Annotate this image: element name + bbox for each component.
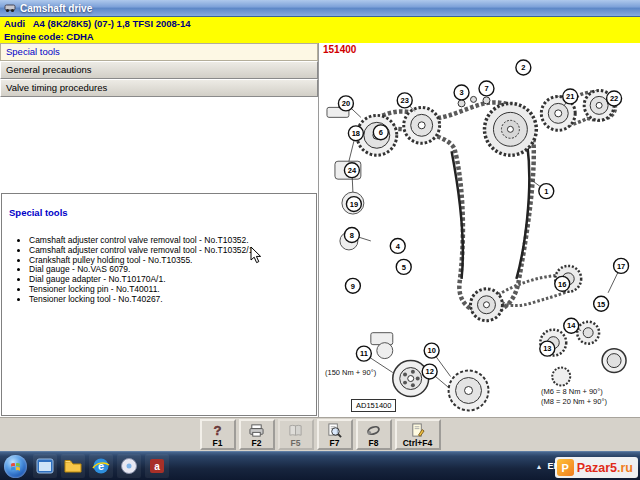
- app-window-icon: [4, 1, 16, 15]
- diagram-callout-17: 17: [614, 258, 629, 273]
- diagram-callout-1: 1: [539, 184, 554, 199]
- internet-explorer-icon[interactable]: e: [89, 454, 113, 478]
- mouse-cursor: [250, 246, 262, 266]
- torque-note: (M8 = 20 Nm + 90°): [541, 397, 607, 406]
- diagram-callout-3: 3: [454, 85, 469, 100]
- diagram-callout-5: 5: [396, 259, 411, 274]
- toolbar-button-f5[interactable]: F5: [278, 419, 314, 450]
- svg-text:?: ?: [213, 423, 221, 438]
- crankshaft-sprocket: [471, 289, 503, 321]
- magnifier-icon: [327, 423, 342, 438]
- svg-text:2: 2: [521, 63, 525, 72]
- diagram-callout-16: 16: [555, 276, 570, 291]
- toolbar-button-label: F1: [213, 438, 223, 448]
- toolbar-button-label: F7: [330, 438, 340, 448]
- title-bar: Camshaft drive: [0, 0, 640, 17]
- start-button[interactable]: [4, 455, 27, 478]
- svg-text:24: 24: [348, 166, 357, 175]
- pazar5-logo-icon: P: [557, 459, 574, 476]
- vibration-damper: [449, 371, 489, 411]
- diagram-callout-7: 7: [479, 81, 494, 96]
- diagram-callout-21: 21: [563, 89, 578, 104]
- svg-text:12: 12: [425, 367, 433, 376]
- svg-text:23: 23: [401, 96, 409, 105]
- windows-taskbar: ea ▲ EN: [0, 451, 640, 480]
- svg-text:19: 19: [350, 200, 358, 209]
- toolbar-button-label: Ctrl+F4: [403, 438, 433, 448]
- diagram-callout-19: 19: [346, 197, 361, 212]
- nav-item-valve-timing-procedures[interactable]: Valve timing procedures: [0, 79, 318, 97]
- torque-note: (150 Nm + 90°): [325, 368, 376, 377]
- svg-text:7: 7: [484, 84, 488, 93]
- printer-icon: [249, 423, 264, 438]
- diagram-callout-18: 18: [348, 126, 363, 141]
- folder-icon[interactable]: [61, 454, 85, 478]
- toolbar-button-label: F2: [252, 438, 262, 448]
- diagram-callout-9: 9: [345, 278, 360, 293]
- svg-text:20: 20: [342, 99, 350, 108]
- torque-note: (M6 = 8 Nm + 90°): [541, 387, 603, 396]
- svg-text:9: 9: [351, 282, 355, 291]
- watermark-text: Pazar5: [577, 461, 617, 475]
- svg-text:18: 18: [352, 129, 360, 138]
- svg-text:1: 1: [544, 187, 548, 196]
- diagram-reference-number: 151400: [323, 44, 356, 55]
- disc-icon[interactable]: [117, 454, 141, 478]
- svg-text:8: 8: [350, 231, 354, 240]
- watermark-suffix: .ru: [617, 461, 633, 475]
- svg-text:16: 16: [558, 280, 566, 289]
- content-panel: Special tools Camshaft adjuster control …: [1, 193, 317, 416]
- diagram-plate-code: AD151400: [351, 399, 396, 412]
- autodata-icon[interactable]: a: [145, 454, 169, 478]
- content-heading: Special tools: [9, 207, 316, 218]
- diagram-callout-4: 4: [390, 238, 405, 253]
- main-area: Special toolsGeneral precautionsValve ti…: [0, 43, 640, 417]
- windows-flag-icon: [10, 461, 21, 472]
- intermediate-gear: [484, 103, 536, 155]
- special-tool-item: Tensioner locking tool - No.T40267.: [29, 295, 316, 305]
- diagram-panel: 151400 AD151400: [318, 43, 640, 417]
- diagram-callout-11: 11: [356, 346, 371, 361]
- toolbar-button-f1[interactable]: ?F1: [200, 419, 236, 450]
- hose-loop-icon: [366, 423, 381, 438]
- toolbar-button-label: F5: [291, 438, 301, 448]
- svg-text:a: a: [154, 461, 160, 472]
- diagram-callout-23: 23: [397, 93, 412, 108]
- special-tools-list: Camshaft adjuster control valve removal …: [2, 236, 316, 305]
- toolbar-button-f7[interactable]: F7: [317, 419, 353, 450]
- hidden-icons-chevron-icon[interactable]: ▲: [536, 463, 543, 470]
- svg-text:13: 13: [543, 344, 551, 353]
- toolbar-button-f2[interactable]: F2: [239, 419, 275, 450]
- nav-item-general-precautions[interactable]: General precautions: [0, 61, 318, 79]
- svg-text:15: 15: [597, 300, 605, 309]
- svg-text:3: 3: [459, 88, 463, 97]
- timing-chain-diagram: 202337221221862419845911101211716151413: [319, 43, 640, 417]
- svg-text:10: 10: [427, 346, 435, 355]
- diagram-callout-22: 22: [607, 91, 622, 106]
- diagram-callout-6: 6: [373, 125, 388, 140]
- left-panel: Special toolsGeneral precautionsValve ti…: [0, 43, 318, 417]
- vehicle-header: Audi A4 (8K2/8K5) (07-) 1,8 TFSI 2008-14…: [0, 17, 640, 43]
- toolbar-button-ctrl-f4[interactable]: Ctrl+F4: [395, 419, 441, 450]
- diagram-callout-15: 15: [594, 296, 609, 311]
- window-icon[interactable]: [33, 454, 57, 478]
- help-icon: ?: [210, 423, 225, 438]
- function-key-toolbar: ?F1F2F5F7F8Ctrl+F4: [0, 417, 640, 451]
- taskbar-apps: ea: [33, 454, 169, 478]
- crankshaft-pulley: [393, 361, 429, 397]
- svg-text:6: 6: [379, 128, 383, 137]
- vehicle-title: Audi A4 (8K2/8K5) (07-) 1,8 TFSI 2008-14: [0, 17, 640, 30]
- window-title: Camshaft drive: [20, 3, 92, 14]
- pazar5-watermark: P Pazar5.ru: [555, 457, 638, 478]
- toolbar-button-f8[interactable]: F8: [356, 419, 392, 450]
- nav-item-special-tools[interactable]: Special tools: [0, 43, 318, 61]
- svg-text:14: 14: [567, 321, 576, 330]
- svg-text:21: 21: [566, 92, 574, 101]
- svg-text:5: 5: [402, 263, 406, 272]
- engine-code: Engine code: CDHA: [0, 30, 640, 43]
- diagram-callout-10: 10: [424, 343, 439, 358]
- diagram-callout-2: 2: [516, 60, 531, 75]
- diagram-callout-24: 24: [344, 163, 359, 178]
- diagram-callout-14: 14: [564, 318, 579, 333]
- notepad-pencil-icon: [410, 423, 425, 438]
